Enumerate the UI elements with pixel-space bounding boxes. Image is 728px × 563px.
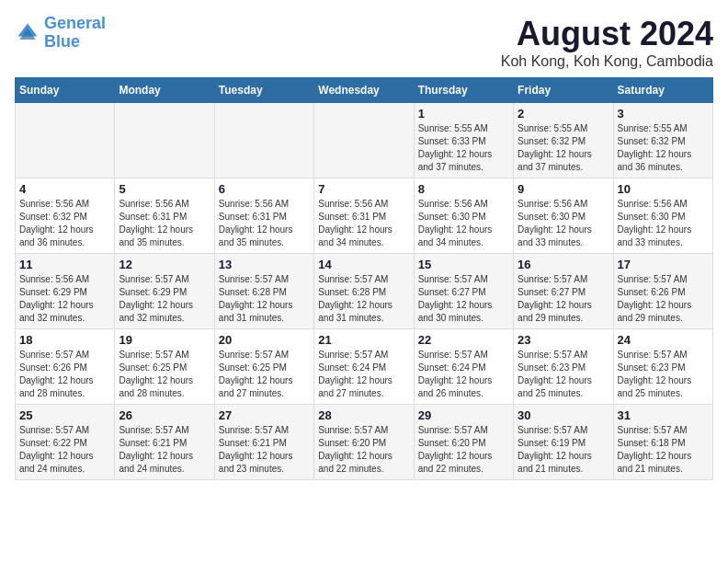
day-number: 7: [318, 182, 409, 196]
day-number: 11: [19, 258, 110, 271]
day-number: 23: [518, 333, 609, 347]
calendar-cell: 25Sunrise: 5:57 AM Sunset: 6:22 PM Dayli…: [16, 405, 115, 480]
calendar-cell: 29Sunrise: 5:57 AM Sunset: 6:20 PM Dayli…: [414, 405, 513, 480]
day-info: Sunrise: 5:56 AM Sunset: 6:31 PM Dayligh…: [119, 198, 210, 249]
calendar-cell: 12Sunrise: 5:57 AM Sunset: 6:29 PM Dayli…: [115, 254, 214, 329]
calendar-cell: 7Sunrise: 5:56 AM Sunset: 6:31 PM Daylig…: [314, 178, 414, 254]
day-number: 2: [518, 107, 609, 121]
day-info: Sunrise: 5:56 AM Sunset: 6:30 PM Dayligh…: [418, 198, 509, 249]
calendar-cell: 24Sunrise: 5:57 AM Sunset: 6:23 PM Dayli…: [613, 329, 712, 405]
day-info: Sunrise: 5:57 AM Sunset: 6:24 PM Dayligh…: [418, 349, 509, 400]
day-number: 13: [219, 258, 310, 271]
day-number: 28: [318, 408, 409, 422]
day-info: Sunrise: 5:57 AM Sunset: 6:29 PM Dayligh…: [119, 273, 210, 325]
day-info: Sunrise: 5:57 AM Sunset: 6:24 PM Dayligh…: [318, 349, 409, 400]
day-number: 20: [219, 333, 310, 347]
calendar-cell: 23Sunrise: 5:57 AM Sunset: 6:23 PM Dayli…: [514, 329, 613, 405]
calendar-cell: [16, 103, 115, 178]
calendar-week-4: 18Sunrise: 5:57 AM Sunset: 6:26 PM Dayli…: [16, 329, 713, 405]
day-info: Sunrise: 5:57 AM Sunset: 6:20 PM Dayligh…: [418, 424, 509, 476]
day-info: Sunrise: 5:57 AM Sunset: 6:26 PM Dayligh…: [19, 349, 110, 400]
day-info: Sunrise: 5:57 AM Sunset: 6:25 PM Dayligh…: [219, 349, 310, 400]
day-info: Sunrise: 5:57 AM Sunset: 6:18 PM Dayligh…: [618, 424, 709, 476]
calendar-cell: 21Sunrise: 5:57 AM Sunset: 6:24 PM Dayli…: [314, 329, 414, 405]
header: General Blue August 2024 Koh Kong, Koh K…: [15, 15, 713, 70]
day-number: 16: [518, 258, 609, 271]
calendar-cell: 3Sunrise: 5:55 AM Sunset: 6:32 PM Daylig…: [613, 103, 712, 178]
day-info: Sunrise: 5:56 AM Sunset: 6:30 PM Dayligh…: [618, 198, 709, 249]
calendar-cell: 10Sunrise: 5:56 AM Sunset: 6:30 PM Dayli…: [613, 178, 712, 254]
day-info: Sunrise: 5:56 AM Sunset: 6:31 PM Dayligh…: [219, 198, 310, 249]
calendar-cell: 20Sunrise: 5:57 AM Sunset: 6:25 PM Dayli…: [214, 329, 313, 405]
day-info: Sunrise: 5:56 AM Sunset: 6:32 PM Dayligh…: [19, 198, 110, 249]
day-info: Sunrise: 5:56 AM Sunset: 6:31 PM Dayligh…: [318, 198, 409, 249]
calendar-cell: 22Sunrise: 5:57 AM Sunset: 6:24 PM Dayli…: [414, 329, 513, 405]
day-number: 5: [119, 182, 210, 196]
logo: General Blue: [15, 15, 106, 52]
day-number: 9: [518, 182, 609, 196]
day-info: Sunrise: 5:55 AM Sunset: 6:32 PM Dayligh…: [618, 122, 709, 174]
day-info: Sunrise: 5:57 AM Sunset: 6:23 PM Dayligh…: [518, 349, 609, 400]
title-area: August 2024 Koh Kong, Koh Kong, Cambodia: [501, 15, 713, 70]
calendar-cell: 18Sunrise: 5:57 AM Sunset: 6:26 PM Dayli…: [16, 329, 115, 405]
day-info: Sunrise: 5:55 AM Sunset: 6:32 PM Dayligh…: [518, 122, 609, 174]
calendar-cell: 6Sunrise: 5:56 AM Sunset: 6:31 PM Daylig…: [214, 178, 313, 254]
day-info: Sunrise: 5:57 AM Sunset: 6:22 PM Dayligh…: [19, 424, 110, 476]
calendar-cell: 14Sunrise: 5:57 AM Sunset: 6:28 PM Dayli…: [314, 254, 414, 329]
calendar-week-5: 25Sunrise: 5:57 AM Sunset: 6:22 PM Dayli…: [16, 405, 713, 480]
day-number: 27: [219, 408, 310, 422]
day-info: Sunrise: 5:56 AM Sunset: 6:30 PM Dayligh…: [518, 198, 609, 249]
calendar-cell: 5Sunrise: 5:56 AM Sunset: 6:31 PM Daylig…: [115, 178, 214, 254]
logo-icon: [15, 20, 40, 46]
calendar-cell: 19Sunrise: 5:57 AM Sunset: 6:25 PM Dayli…: [115, 329, 214, 405]
logo-line2: Blue: [44, 32, 80, 51]
day-number: 12: [119, 258, 210, 271]
calendar-cell: [115, 103, 214, 178]
calendar-cell: 26Sunrise: 5:57 AM Sunset: 6:21 PM Dayli…: [115, 405, 214, 480]
calendar-cell: 2Sunrise: 5:55 AM Sunset: 6:32 PM Daylig…: [514, 103, 613, 178]
weekday-header-monday: Monday: [115, 78, 214, 103]
day-number: 17: [618, 258, 709, 271]
day-number: 25: [19, 408, 110, 422]
day-number: 29: [418, 408, 509, 422]
day-number: 22: [418, 333, 509, 347]
day-number: 4: [19, 182, 110, 196]
calendar-week-2: 4Sunrise: 5:56 AM Sunset: 6:32 PM Daylig…: [16, 178, 713, 254]
day-info: Sunrise: 5:57 AM Sunset: 6:23 PM Dayligh…: [618, 349, 709, 400]
day-number: 6: [219, 182, 310, 196]
day-info: Sunrise: 5:57 AM Sunset: 6:21 PM Dayligh…: [219, 424, 310, 476]
calendar-cell: 8Sunrise: 5:56 AM Sunset: 6:30 PM Daylig…: [414, 178, 513, 254]
day-number: 18: [19, 333, 110, 347]
calendar-cell: [214, 103, 313, 178]
calendar-cell: 11Sunrise: 5:56 AM Sunset: 6:29 PM Dayli…: [16, 254, 115, 329]
day-info: Sunrise: 5:57 AM Sunset: 6:28 PM Dayligh…: [219, 273, 310, 325]
calendar-week-3: 11Sunrise: 5:56 AM Sunset: 6:29 PM Dayli…: [16, 254, 713, 329]
weekday-header-tuesday: Tuesday: [214, 78, 313, 103]
day-info: Sunrise: 5:57 AM Sunset: 6:25 PM Dayligh…: [119, 349, 210, 400]
page-subtitle: Koh Kong, Koh Kong, Cambodia: [501, 53, 713, 70]
calendar-week-1: 1Sunrise: 5:55 AM Sunset: 6:33 PM Daylig…: [16, 103, 713, 178]
calendar-cell: [314, 103, 414, 178]
day-info: Sunrise: 5:56 AM Sunset: 6:29 PM Dayligh…: [19, 273, 110, 325]
day-number: 26: [119, 408, 210, 422]
calendar-cell: 31Sunrise: 5:57 AM Sunset: 6:18 PM Dayli…: [613, 405, 712, 480]
day-number: 1: [418, 107, 509, 121]
calendar-cell: 15Sunrise: 5:57 AM Sunset: 6:27 PM Dayli…: [414, 254, 513, 329]
day-info: Sunrise: 5:57 AM Sunset: 6:26 PM Dayligh…: [618, 273, 709, 325]
day-info: Sunrise: 5:57 AM Sunset: 6:21 PM Dayligh…: [119, 424, 210, 476]
calendar-cell: 28Sunrise: 5:57 AM Sunset: 6:20 PM Dayli…: [314, 405, 414, 480]
weekday-header-wednesday: Wednesday: [314, 78, 414, 103]
day-number: 8: [418, 182, 509, 196]
day-info: Sunrise: 5:57 AM Sunset: 6:19 PM Dayligh…: [518, 424, 609, 476]
page-title: August 2024: [501, 15, 713, 53]
calendar-cell: 16Sunrise: 5:57 AM Sunset: 6:27 PM Dayli…: [514, 254, 613, 329]
day-number: 21: [318, 333, 409, 347]
day-number: 24: [618, 333, 709, 347]
day-info: Sunrise: 5:57 AM Sunset: 6:28 PM Dayligh…: [318, 273, 409, 325]
day-number: 14: [318, 258, 409, 271]
logo-line1: General: [44, 14, 106, 32]
day-number: 15: [418, 258, 509, 271]
calendar-cell: 30Sunrise: 5:57 AM Sunset: 6:19 PM Dayli…: [514, 405, 613, 480]
logo-text: General Blue: [44, 15, 106, 52]
calendar-cell: 27Sunrise: 5:57 AM Sunset: 6:21 PM Dayli…: [214, 405, 313, 480]
